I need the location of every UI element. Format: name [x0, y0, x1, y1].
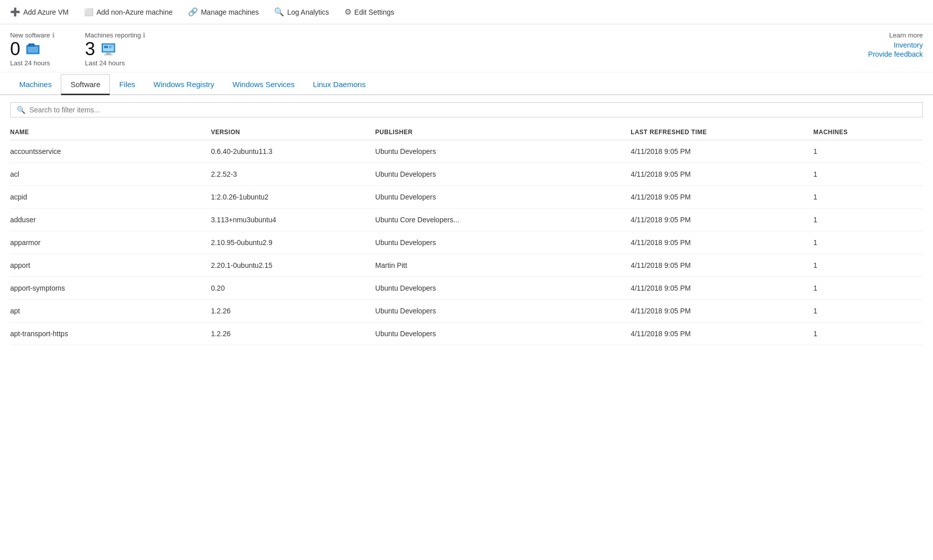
software-table: NAME VERSION PUBLISHER LAST REFRESHED TI…: [10, 125, 923, 345]
machine-icon: [100, 41, 116, 57]
new-software-info-icon: ℹ: [52, 31, 55, 39]
table-row[interactable]: apport 2.20.1-0ubuntu2.15 Martin Pitt 4/…: [10, 254, 923, 277]
cell-machines: 1: [813, 209, 923, 231]
provide-feedback-link[interactable]: Provide feedback: [868, 50, 923, 58]
log-analytics-button[interactable]: 🔍 Log Analytics: [274, 5, 329, 19]
cell-publisher: Ubuntu Core Developers...: [375, 209, 631, 231]
new-software-sublabel: Last 24 hours: [10, 59, 55, 67]
tab-windows-services[interactable]: Windows Services: [223, 75, 304, 95]
svg-rect-10: [109, 46, 113, 47]
col-header-name: NAME: [10, 125, 211, 140]
add-azure-vm-button[interactable]: ➕ Add Azure VM: [10, 5, 69, 19]
machines-reporting-sublabel: Last 24 hours: [85, 59, 146, 67]
cell-version: 2.20.1-0ubuntu2.15: [211, 254, 375, 277]
table-wrapper: NAME VERSION PUBLISHER LAST REFRESHED TI…: [0, 125, 933, 345]
col-header-last-refreshed: LAST REFRESHED TIME: [631, 125, 813, 140]
tab-linux-daemons[interactable]: Linux Daemons: [304, 75, 375, 95]
external-link-icon: ⬜: [84, 8, 94, 17]
add-non-azure-button[interactable]: ⬜ Add non-Azure machine: [84, 6, 173, 19]
edit-settings-button[interactable]: ⚙ Edit Settings: [344, 5, 395, 19]
cell-publisher: Ubuntu Developers: [375, 231, 631, 254]
cell-machines: 1: [813, 140, 923, 163]
svg-rect-7: [104, 54, 112, 55]
table-row[interactable]: adduser 3.113+nmu3ubuntu4 Ubuntu Core De…: [10, 209, 923, 231]
manage-icon: 🔗: [188, 7, 198, 17]
gear-icon: ⚙: [344, 7, 352, 17]
cell-name: apparmor: [10, 231, 211, 254]
tabs-bar: Machines Software Files Windows Registry…: [0, 74, 933, 95]
cell-publisher: Ubuntu Developers: [375, 277, 631, 300]
tab-software[interactable]: Software: [61, 74, 110, 95]
cell-version: 0.6.40-2ubuntu11.3: [211, 140, 375, 163]
cell-machines: 1: [813, 277, 923, 300]
search-icon: 🔍: [17, 106, 25, 114]
table-row[interactable]: apparmor 2.10.95-0ubuntu2.9 Ubuntu Devel…: [10, 231, 923, 254]
cell-last-refreshed: 4/11/2018 9:05 PM: [631, 163, 813, 186]
cell-last-refreshed: 4/11/2018 9:05 PM: [631, 209, 813, 231]
cell-version: 1:2.0.26-1ubuntu2: [211, 186, 375, 209]
svg-rect-9: [104, 46, 108, 48]
cell-publisher: Ubuntu Developers: [375, 323, 631, 345]
cell-version: 2.10.95-0ubuntu2.9: [211, 231, 375, 254]
cell-name: adduser: [10, 209, 211, 231]
cell-last-refreshed: 4/11/2018 9:05 PM: [631, 186, 813, 209]
cell-last-refreshed: 4/11/2018 9:05 PM: [631, 323, 813, 345]
cell-name: apt: [10, 300, 211, 323]
learn-more-label: Learn more: [868, 31, 923, 39]
cell-name: acpid: [10, 186, 211, 209]
manage-machines-button[interactable]: 🔗 Manage machines: [188, 5, 259, 19]
cell-name: apport-symptoms: [10, 277, 211, 300]
table-row[interactable]: accountsservice 0.6.40-2ubuntu11.3 Ubunt…: [10, 140, 923, 163]
right-links: Learn more Inventory Provide feedback: [868, 31, 923, 59]
search-input[interactable]: [29, 106, 916, 114]
cell-name: acl: [10, 163, 211, 186]
search-bar[interactable]: 🔍: [10, 102, 923, 117]
manage-machines-label: Manage machines: [201, 8, 259, 16]
inventory-link[interactable]: Inventory: [868, 41, 923, 49]
new-software-value: 0: [10, 40, 20, 58]
tab-windows-registry[interactable]: Windows Registry: [144, 75, 223, 95]
software-icon: [25, 41, 42, 57]
cell-name: apt-transport-https: [10, 323, 211, 345]
cell-last-refreshed: 4/11/2018 9:05 PM: [631, 254, 813, 277]
cell-last-refreshed: 4/11/2018 9:05 PM: [631, 277, 813, 300]
cell-version: 3.113+nmu3ubuntu4: [211, 209, 375, 231]
cell-publisher: Ubuntu Developers: [375, 186, 631, 209]
machines-reporting-label: Machines reporting: [85, 31, 141, 39]
cell-last-refreshed: 4/11/2018 9:05 PM: [631, 231, 813, 254]
cell-machines: 1: [813, 254, 923, 277]
cell-publisher: Ubuntu Developers: [375, 300, 631, 323]
plus-icon: ➕: [10, 7, 20, 17]
cell-version: 1.2.26: [211, 300, 375, 323]
table-row[interactable]: apport-symptoms 0.20 Ubuntu Developers 4…: [10, 277, 923, 300]
tab-machines[interactable]: Machines: [10, 75, 61, 95]
cell-last-refreshed: 4/11/2018 9:05 PM: [631, 140, 813, 163]
new-software-stat: New software ℹ 0 Last 24 hours: [10, 31, 55, 67]
machines-reporting-value: 3: [85, 40, 95, 58]
log-analytics-label: Log Analytics: [287, 8, 329, 16]
table-row[interactable]: acl 2.2.52-3 Ubuntu Developers 4/11/2018…: [10, 163, 923, 186]
cell-version: 0.20: [211, 277, 375, 300]
stats-row: New software ℹ 0 Last 24 hours Machines …: [0, 24, 933, 72]
table-row[interactable]: acpid 1:2.0.26-1ubuntu2 Ubuntu Developer…: [10, 186, 923, 209]
cell-machines: 1: [813, 300, 923, 323]
svg-rect-11: [109, 47, 111, 48]
new-software-label: New software: [10, 31, 50, 39]
cell-version: 2.2.52-3: [211, 163, 375, 186]
table-header-row: NAME VERSION PUBLISHER LAST REFRESHED TI…: [10, 125, 923, 140]
table-row[interactable]: apt 1.2.26 Ubuntu Developers 4/11/2018 9…: [10, 300, 923, 323]
tab-files[interactable]: Files: [110, 75, 144, 95]
col-header-publisher: PUBLISHER: [375, 125, 631, 140]
machines-reporting-info-icon: ℹ: [143, 31, 145, 39]
cell-machines: 1: [813, 231, 923, 254]
cell-machines: 1: [813, 186, 923, 209]
log-analytics-icon: 🔍: [274, 7, 284, 17]
toolbar: ➕ Add Azure VM ⬜ Add non-Azure machine 🔗…: [0, 0, 933, 24]
col-header-version: VERSION: [211, 125, 375, 140]
table-row[interactable]: apt-transport-https 1.2.26 Ubuntu Develo…: [10, 323, 923, 345]
add-non-azure-label: Add non-Azure machine: [97, 8, 173, 16]
col-header-machines: MACHINES: [813, 125, 923, 140]
cell-name: apport: [10, 254, 211, 277]
edit-settings-label: Edit Settings: [355, 8, 395, 16]
cell-publisher: Ubuntu Developers: [375, 140, 631, 163]
